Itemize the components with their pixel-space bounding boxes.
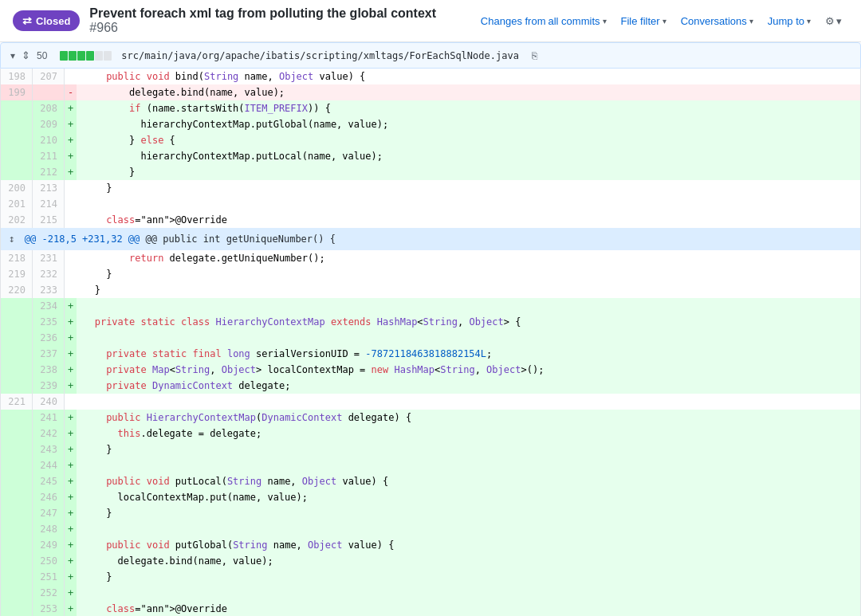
line-sign (65, 266, 77, 282)
line-code: return delegate.getUniqueNumber(); (77, 250, 860, 266)
diff-line-row: 248+ (1, 521, 861, 537)
new-line-number: 240 (33, 394, 65, 410)
nav-commits[interactable]: Changes from all commits ▾ (474, 12, 613, 30)
hunk-row: ↕@@ -218,5 +231,32 @@ @@ public int getU… (1, 228, 861, 250)
line-sign: + (65, 537, 77, 553)
line-sign: + (65, 164, 77, 180)
new-line-number: 231 (33, 250, 65, 266)
line-code: private static final long serialVersionU… (77, 346, 860, 362)
line-code: } (77, 505, 860, 521)
line-sign: + (65, 426, 77, 441)
conversations-chevron-icon: ▾ (749, 17, 753, 26)
line-sign: + (65, 298, 77, 314)
line-sign: + (65, 601, 77, 616)
line-sign: + (65, 314, 77, 330)
line-code (77, 330, 860, 346)
nav-conversations[interactable]: Conversations ▾ (674, 12, 760, 30)
line-sign: + (65, 521, 77, 537)
new-line-number: 232 (33, 266, 65, 282)
new-line-number: 210 (33, 132, 65, 148)
commits-chevron-icon: ▾ (603, 17, 607, 26)
new-line-number: 209 (33, 116, 65, 132)
diff-line-row: 234+ (1, 298, 861, 314)
line-code: } (77, 282, 860, 298)
line-sign: + (65, 346, 77, 362)
line-code: class="ann">@Override (77, 212, 860, 228)
old-line-number (1, 362, 33, 378)
old-line-number: 219 (1, 266, 33, 282)
nav-file-filter[interactable]: File filter ▾ (615, 12, 673, 30)
line-sign (65, 196, 77, 212)
diff-stat-bar (60, 51, 112, 61)
line-sign (65, 282, 77, 298)
file-header: ▾ ⇕ 50 src/main/java/org/apache/ibatis/s… (0, 42, 861, 69)
line-sign: + (65, 505, 77, 521)
old-line-number (1, 116, 33, 132)
line-code: hierarchyContextMap.putLocal(name, value… (77, 148, 860, 164)
line-code (77, 196, 860, 212)
new-line-number: 212 (33, 164, 65, 180)
line-sign (65, 212, 77, 228)
diff-line-row: 219232 } (1, 266, 861, 282)
new-line-number: 250 (33, 553, 65, 569)
diff-line-row: 247+ } (1, 505, 861, 521)
line-code (77, 457, 860, 473)
copy-path-button[interactable]: ⎘ (532, 50, 537, 61)
toggle-diff-button[interactable]: ▾ (10, 50, 15, 61)
old-line-number (1, 314, 33, 330)
main-container: ⇄ Closed Prevent foreach xml tag from po… (0, 0, 861, 616)
badge-label: Closed (36, 15, 70, 27)
line-sign (65, 69, 77, 84)
old-line-number: 218 (1, 250, 33, 266)
old-line-number: 202 (1, 212, 33, 228)
status-badge: ⇄ Closed (13, 10, 80, 31)
line-code (77, 585, 860, 601)
diff-line-row: 198207 public void bind(String name, Obj… (1, 69, 861, 84)
line-code: this.delegate = delegate; (77, 426, 860, 441)
line-code: public HierarchyContextMap(DynamicContex… (77, 410, 860, 426)
line-sign: + (65, 457, 77, 473)
diff-line-row: 235+ private static class HierarchyConte… (1, 314, 861, 330)
old-line-number: 221 (1, 394, 33, 410)
diff-stat-add-1 (60, 51, 68, 61)
line-code: } (77, 266, 860, 282)
new-line-number: 245 (33, 473, 65, 489)
old-line-number: 201 (1, 196, 33, 212)
line-sign: + (65, 148, 77, 164)
line-code: } (77, 180, 860, 196)
line-code: if (name.startsWith(ITEM_PREFIX)) { (77, 100, 860, 116)
old-line-number (1, 457, 33, 473)
old-line-number (1, 537, 33, 553)
diff-line-row: 202215 class="ann">@Override (1, 212, 861, 228)
new-line-number: 242 (33, 426, 65, 441)
new-line-number: 211 (33, 148, 65, 164)
line-sign: + (65, 100, 77, 116)
diff-line-row: 241+ public HierarchyContextMap(DynamicC… (1, 410, 861, 426)
old-line-number: 220 (1, 282, 33, 298)
nav-jump-to[interactable]: Jump to ▾ (761, 12, 817, 30)
old-line-number: 199 (1, 84, 33, 100)
new-line-number: 241 (33, 410, 65, 426)
diff-line-row: 238+ private Map<String, Object> localCo… (1, 362, 861, 378)
diff-stat-count: 50 (37, 50, 47, 61)
line-code: private Map<String, Object> localContext… (77, 362, 860, 378)
new-line-number: 234 (33, 298, 65, 314)
hunk-expand-button[interactable]: ↕ (9, 233, 15, 245)
line-code (77, 298, 860, 314)
diff-line-row: 201214 (1, 196, 861, 212)
old-line-number (1, 553, 33, 569)
new-line-number: 239 (33, 378, 65, 394)
diff-line-row: 245+ public void putLocal(String name, O… (1, 473, 861, 489)
diff-line-row: 250+ delegate.bind(name, value); (1, 553, 861, 569)
settings-button[interactable]: ⚙ ▾ (819, 12, 848, 30)
new-line-number: 243 (33, 441, 65, 457)
diff-line-row: 237+ private static final long serialVer… (1, 346, 861, 362)
old-line-number (1, 164, 33, 180)
line-code: public void putLocal(String name, Object… (77, 473, 860, 489)
pr-title: Prevent foreach xml tag from polluting t… (89, 6, 436, 34)
file-filter-chevron-icon: ▾ (662, 17, 666, 26)
diff-line-row: 252+ (1, 585, 861, 601)
line-code: hierarchyContextMap.putGlobal(name, valu… (77, 116, 860, 132)
expand-icon[interactable]: ⇕ (22, 49, 30, 61)
diff-stat-neutral-2 (104, 51, 112, 61)
